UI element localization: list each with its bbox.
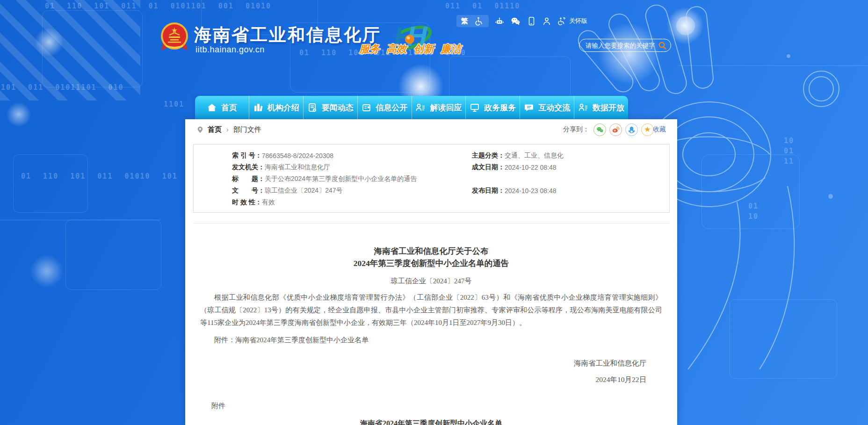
bg-binary-text: 10 01 11 [784,136,794,166]
favorite-label[interactable]: 收藏 [653,125,666,134]
meta-value: 交通、工业、信息化 [505,151,564,160]
nav-label: 解读回应 [430,102,462,113]
meta-value: 78663548-8/2024-20308 [262,152,333,159]
document-title-line2: 2024年第三季度创新型中小企业名单的通告 [200,257,662,269]
share-weibo-button[interactable] [609,123,622,136]
nav-item-news[interactable]: 要闻动态 [304,96,358,119]
care-accessibility-icon [557,16,567,26]
open-data-icon [578,102,588,113]
favorite-star-icon: ★ [644,126,651,133]
favorite-button[interactable]: ★ [641,123,654,136]
qq-share-icon [628,126,635,134]
meta-label: 发文机关： [232,163,265,172]
document-number: 琼工信企业〔2024〕247号 [200,277,662,286]
org-icon [253,102,263,113]
share-qq-button[interactable] [625,123,638,136]
nav-label: 要闻动态 [322,102,354,113]
meta-label: 索 引 号： [232,151,262,160]
document-body: 海南省工业和信息化厅关于公布 2024年第三季度创新型中小企业名单的通告 琼工信… [185,245,677,425]
meta-row-written-date: 成文日期： 2024-10-22 08:48 [472,161,669,173]
site-title[interactable]: 海南省工业和信息化厅 [194,23,381,47]
meta-label: 文 号： [232,187,265,195]
meta-label: 标 题： [232,175,265,183]
nav-item-interpretation[interactable]: 解读回应 [412,96,466,119]
search-box [579,39,671,52]
breadcrumb-current[interactable]: 部门文件 [233,125,261,134]
bg-binary-text: 101 011 01011101 010 [1,83,124,92]
document-sign-date: 2024年10月22日 [200,375,662,385]
site-slogan: 服务 高效 创新 廉洁 [359,42,461,56]
meta-value: 2024-10-23 08:48 [505,187,557,194]
nav-item-about[interactable]: 机构介绍 [249,96,304,119]
meta-row-doc-number: 文 号： 琼工信企业〔2024〕247号 [232,185,472,196]
document-meta-table: 索 引 号： 78663548-8/2024-20308 发文机关： 海南省工业… [193,144,670,213]
section-divider [193,223,670,223]
meta-value: 2024-10-22 08:48 [505,164,557,171]
care-version-link[interactable]: 关怀版 [557,16,587,26]
document-signer: 海南省工业和信息化厅 [200,359,662,368]
nav-label: 数据开放 [593,102,624,113]
service-icon [470,102,480,113]
interact-icon [524,102,534,113]
page: 01 110 101 011 01 0101101 001 01010 011 … [0,0,868,425]
nav-label: 机构介绍 [268,102,299,113]
bg-binary-text: 01 110 101 011 01010 101 [21,172,178,180]
nav-item-services[interactable]: 政务服务 [466,96,520,119]
nav-item-home[interactable]: 首页 [195,96,249,119]
topbar: 繁 [456,15,587,27]
mobile-version-icon[interactable] [527,16,536,26]
meta-column-left: 索 引 号： 78663548-8/2024-20308 发文机关： 海南省工业… [194,150,472,208]
wechat-icon[interactable] [510,16,521,26]
document-title-line1: 海南省工业和信息化厅关于公布 [200,245,662,257]
nav-item-open-data[interactable]: 数据开放 [574,96,628,119]
meta-label: 主题分类： [472,151,505,160]
share-label: 分享到： [563,125,589,134]
meta-row-index-number: 索 引 号： 78663548-8/2024-20308 [232,150,472,161]
main-nav: 首页 机构介绍 要闻动态 信息公开 [195,96,628,119]
share-wechat-button[interactable] [593,123,606,136]
meta-label: 发布日期： [472,187,505,195]
search-icon[interactable] [658,41,667,50]
robot-assistant-icon[interactable] [495,16,504,26]
slogan-word: 廉洁 [441,42,461,56]
site-url: iitb.hainan.gov.cn [195,45,265,55]
meta-label: 成文日期： [472,163,505,172]
meta-row-title: 标 题： 关于公布2024年第三季度创新型中小企业名单的通告 [232,173,472,185]
meta-label: 时 效 性： [232,198,262,207]
meta-row-publish-date: 发布日期： 2024-10-23 08:48 [472,185,669,196]
slogan-word: 高效 [386,42,407,56]
search-input[interactable] [586,42,658,49]
attachment-title: 海南省2024年第三季度创新型中小企业名单 [200,419,662,425]
user-account-icon[interactable] [542,16,551,26]
slogan-word: 创新 [413,42,434,56]
meta-row-validity: 时 效 性： 有效 [232,196,472,208]
nav-item-interaction[interactable]: 互动交流 [520,96,574,119]
wechat-share-icon [596,126,604,133]
bg-binary-text: 01 10 [748,201,759,222]
breadcrumb: 首页 › 部门文件 分享到： [185,119,677,140]
home-icon [207,102,217,113]
weibo-share-icon [612,126,620,134]
meta-value: 海南省工业和信息化厅 [265,163,330,172]
nav-item-info-disclosure[interactable]: 信息公开 [358,96,412,119]
national-emblem-logo[interactable]: ★ [160,22,188,55]
meta-value: 关于公布2024年第三季度创新型中小企业名单的通告 [265,175,417,183]
bg-binary-text: 011 01 01110 [445,2,520,10]
traditional-chinese-toggle[interactable]: 繁 [461,17,468,26]
nav-label: 首页 [221,102,237,113]
care-version-label: 关怀版 [569,17,587,25]
meta-value: 有效 [262,198,275,207]
accessibility-icon[interactable] [475,16,484,26]
nav-label: 政务服务 [484,102,516,113]
nav-label: 信息公开 [376,102,408,113]
bg-binary-text: 01 110 101 011 01 0101101 001 01010 [45,2,271,10]
breadcrumb-home-link[interactable]: 首页 [208,125,222,134]
meta-row-issuing-agency: 发文机关： 海南省工业和信息化厅 [232,161,472,173]
meta-column-right: 主题分类： 交通、工业、信息化 成文日期： 2024-10-22 08:48 发… [472,150,669,208]
bg-stripes [0,0,140,101]
content-panel: 首页 › 部门文件 分享到： [185,119,677,425]
document-paragraph: 根据工业和信息化部《优质中小企业梯度培育管理暂行办法》（工信部企业〔2022〕6… [200,291,662,329]
attachment-reference-line: 附件：海南省2024年第三季度创新型中小企业名单 [200,334,662,346]
disclosure-icon [362,102,372,113]
respond-icon [415,102,426,113]
